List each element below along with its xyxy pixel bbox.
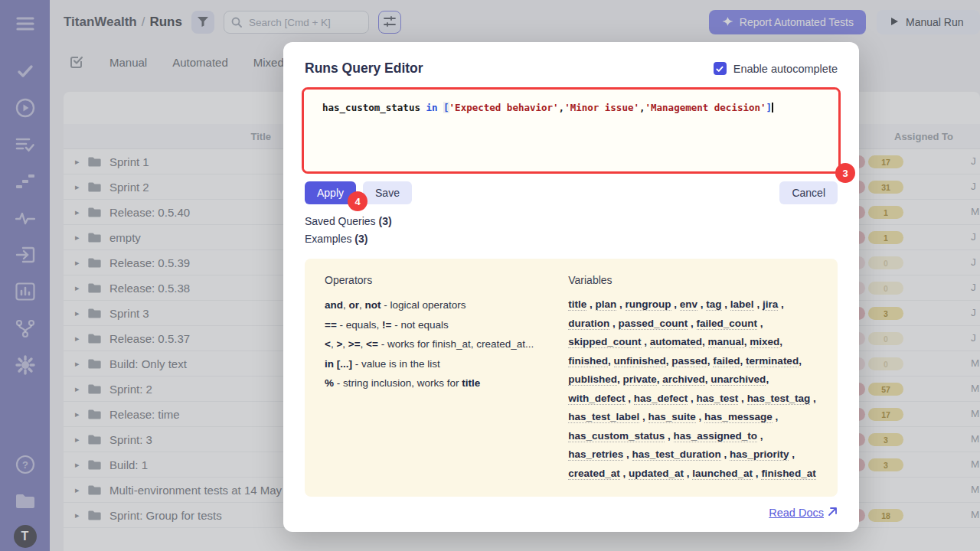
cancel-button[interactable]: Cancel [779,181,838,204]
saved-queries-expander[interactable]: Saved Queries (3) [305,215,838,227]
variable-token[interactable]: manual [708,336,744,348]
variable-token[interactable]: has_test [697,393,739,405]
query-token-brhl: [ [443,102,449,113]
operator-line: <, >, >=, <= - works for finish_at, crea… [325,334,551,354]
variable-token[interactable]: mixed [750,336,779,348]
operator-line: and, or, not - logical operators [325,295,551,315]
operator-token: != [382,319,391,331]
variable-token[interactable]: failed_count [697,318,758,330]
variable-token[interactable]: created_at [568,468,620,480]
variable-token[interactable]: passed [671,355,707,367]
query-help-panel: Operators and, or, not - logical operato… [305,259,838,497]
saved-queries-label: Saved Queries [305,215,376,227]
examples-label: Examples [305,233,351,245]
variable-token[interactable]: finished [568,355,608,367]
variable-token[interactable]: updated_at [629,468,684,480]
examples-expander[interactable]: Examples (3) [305,233,838,245]
variable-token[interactable]: has_test_tag [747,393,811,405]
variable-token[interactable]: tag [706,298,721,311]
variable-token[interactable]: env [680,298,697,311]
operator-token: and [325,299,343,311]
variable-token[interactable]: duration [568,318,609,330]
operator-token: or [349,299,360,311]
operator-desc: - value is in the list [352,358,440,370]
operator-token: < [325,338,331,350]
operator-desc: - equals, [337,319,382,331]
operator-token: in [...] [325,358,352,370]
query-token-plain [438,102,444,113]
variable-token[interactable]: label [730,298,754,311]
variable-token[interactable]: has_defect [634,393,688,405]
query-token-str: 'Management decision' [645,102,766,113]
annotation-badge-3: 3 [835,163,855,183]
variable-token[interactable]: failed [713,355,740,367]
variables-title: Variables [568,274,818,286]
operator-desc: , [361,338,367,350]
runs-query-editor-modal: Runs Query Editor Enable autocomplete ha… [283,42,859,532]
operator-line: in [...] - value is in the list [325,354,551,374]
operators-title: Operators [325,274,551,286]
save-button[interactable]: Save [363,181,412,204]
operator-desc: , [342,338,348,350]
variable-token[interactable]: launched_at [692,468,753,480]
variable-token[interactable]: has_suite [648,411,696,423]
external-link-icon [828,507,838,519]
variable-token[interactable]: has_test_label [568,411,639,423]
read-docs-link[interactable]: Read Docs [769,507,838,519]
variable-token[interactable]: finished_at [761,468,815,480]
enable-autocomplete-toggle[interactable]: Enable autocomplete [714,62,838,75]
operator-desc: , [343,299,349,311]
query-editor-input[interactable]: has_custom_status in ['Expected behavior… [304,90,838,171]
variable-token[interactable]: has_assigned_to [674,430,758,442]
variable-token[interactable]: skipped_count [568,336,641,348]
query-token-br: ] [766,102,773,113]
variable-token[interactable]: rungroup [626,298,671,311]
annotation-badge-4: 4 [348,191,368,211]
variable-token[interactable]: private [623,373,657,386]
variable-token[interactable]: has_priority [730,448,789,461]
checkbox-checked-icon[interactable] [714,62,727,75]
operator-desc: - logical operators [381,299,466,311]
variable-token[interactable]: has_custom_status [568,430,665,442]
variable-token[interactable]: has_test_duration [632,448,721,461]
query-token-str: 'Minor issue' [564,102,639,113]
operator-desc: - string inclusion, works for [334,377,462,389]
variable-token[interactable]: with_defect [568,393,625,405]
examples-count: (3) [354,233,368,245]
annotation-rect: has_custom_status in ['Expected behavior… [302,87,841,174]
variable-token[interactable]: published [568,373,617,386]
variable-token[interactable]: has_retries [568,448,623,461]
variable-token[interactable]: terminated [746,355,799,367]
variable-token[interactable]: automated [650,336,702,348]
saved-queries-count: (3) [379,215,392,227]
modal-title: Runs Query Editor [305,60,423,77]
operator-token: not [365,299,381,311]
variables-list: title , plan , rungroup , env , tag , la… [568,295,818,483]
variable-token[interactable]: plan [596,298,617,311]
query-token-plain: has_custom_status [322,102,420,113]
operator-line: % - string inclusion, works for title [325,373,551,393]
operators-list: and, or, not - logical operators== - equ… [325,295,551,393]
operator-desc: - works for finish_at, created_at... [378,338,534,350]
query-token-plain: , [639,102,645,113]
variable-token[interactable]: has_message [704,411,773,423]
variable-token[interactable]: jira [763,298,778,311]
variable-token[interactable]: unarchived [710,373,766,386]
query-token-plain: , [559,102,565,113]
query-token-kw: in [426,102,437,113]
operator-desc: , [359,299,365,311]
autocomplete-label: Enable autocomplete [733,63,838,75]
read-docs-label: Read Docs [769,507,824,519]
query-token-str: 'Expected behavior' [449,102,559,113]
variable-token[interactable]: passed_count [619,318,688,330]
variable-token[interactable]: title [568,298,586,311]
operator-line: == - equals, != - not equals [325,315,551,335]
operator-token: >= [348,338,361,350]
text-cursor [772,103,773,112]
variable-token[interactable]: unfinished [614,355,666,367]
operator-token: % [325,377,334,389]
operator-token: <= [366,338,378,350]
operator-token: == [325,319,337,331]
variable-token[interactable]: archived [662,373,705,386]
operator-token: title [462,377,480,389]
